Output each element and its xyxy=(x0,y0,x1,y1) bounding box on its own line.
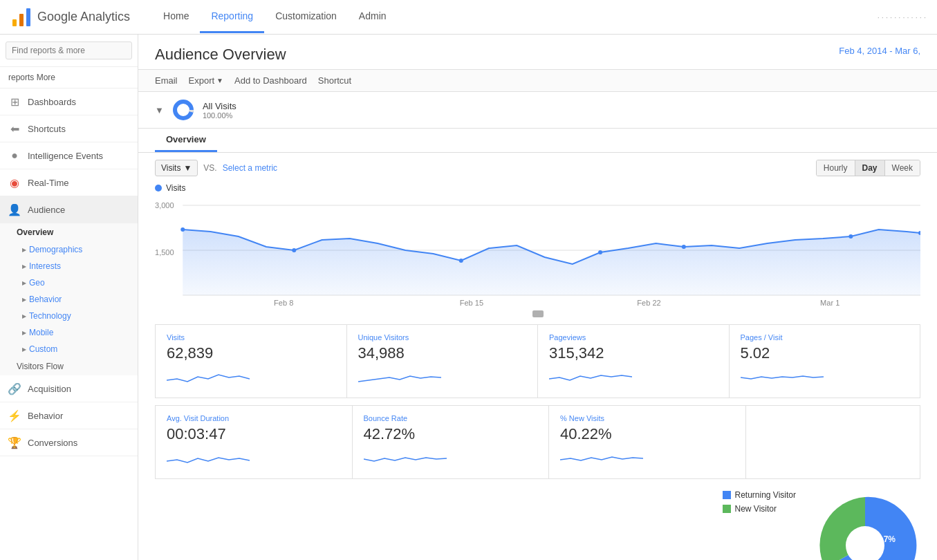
pie-legend-new: New Visitor xyxy=(723,504,797,514)
visits-legend-label: Visits xyxy=(166,183,185,193)
export-button[interactable]: Export ▼ xyxy=(189,75,223,86)
nav-reporting[interactable]: Reporting xyxy=(200,1,264,33)
day-button[interactable]: Day xyxy=(855,160,885,176)
sidebar-item-realtime[interactable]: ◉ Real-Time xyxy=(0,169,138,196)
sidebar-item-dashboards-label: Dashboards xyxy=(28,97,76,107)
svg-point-14 xyxy=(598,250,602,254)
nav-home[interactable]: Home xyxy=(152,1,200,33)
stat-unique-visitors-label: Unique Visitors xyxy=(358,333,527,342)
hourly-button[interactable]: Hourly xyxy=(817,160,855,176)
segment-name: All Visits xyxy=(203,101,236,111)
audience-icon: 👤 xyxy=(8,203,21,216)
sidebar-sub-geo[interactable]: Geo xyxy=(0,274,138,291)
select-metric-link[interactable]: Select a metric xyxy=(223,163,277,173)
nav-customization[interactable]: Customization xyxy=(264,1,348,33)
metric-dropdown-icon: ▼ xyxy=(183,163,192,173)
chart-controls: Visits ▼ VS. Select a metric Hourly Day … xyxy=(138,153,937,183)
stat-unique-sparkline xyxy=(358,366,441,387)
segment-donut-chart xyxy=(172,99,194,121)
sidebar-sub-custom[interactable]: Custom xyxy=(0,341,138,357)
sidebar-item-conversions[interactable]: 🏆 Conversions xyxy=(0,429,138,456)
stat-avg-visit-duration: Avg. Visit Duration 00:03:47 xyxy=(156,406,352,478)
chart-legend: Visits xyxy=(155,183,920,198)
metric-label: Visits xyxy=(161,163,180,173)
export-dropdown-icon: ▼ xyxy=(216,77,223,84)
vs-label: VS. xyxy=(203,163,216,173)
top-nav: Google Analytics Home Reporting Customiz… xyxy=(0,0,937,35)
sidebar-search-area xyxy=(0,35,138,67)
time-buttons: Hourly Day Week xyxy=(816,160,920,176)
stat-bounce-rate-value: 42.72% xyxy=(364,425,538,443)
intelligence-icon: ● xyxy=(8,149,21,162)
google-analytics-icon xyxy=(11,7,32,28)
sidebar-item-intelligence[interactable]: ● Intelligence Events xyxy=(0,142,138,169)
sidebar-item-audience[interactable]: 👤 Audience xyxy=(0,196,138,223)
sidebar-sub-visitors-flow[interactable]: Visitors Flow xyxy=(0,357,138,375)
svg-point-13 xyxy=(459,259,463,263)
stat-unique-visitors: Unique Visitors 34,988 xyxy=(347,325,538,398)
svg-point-12 xyxy=(292,248,296,252)
sidebar-sub-overview[interactable]: Overview xyxy=(0,223,138,241)
pie-legend: Returning Visitor New Visitor xyxy=(723,490,797,514)
stat-pct-new-visits: % New Visits 40.22% xyxy=(549,406,745,478)
sidebar-item-intelligence-label: Intelligence Events xyxy=(28,151,103,161)
stat-bounce-sparkline xyxy=(364,447,447,468)
chart-scroll-handle[interactable] xyxy=(532,310,544,317)
sidebar-item-conversions-label: Conversions xyxy=(28,438,77,448)
returning-legend-label: Returning Visitor xyxy=(735,490,797,500)
nav-admin[interactable]: Admin xyxy=(348,1,398,33)
sidebar-item-realtime-label: Real-Time xyxy=(28,178,68,188)
sidebar-item-behavior-label: Behavior xyxy=(28,411,63,421)
metric-dropdown[interactable]: Visits ▼ xyxy=(155,160,198,176)
top-right-area: · · · · · · · · · · · · xyxy=(878,13,926,21)
sidebar-item-shortcuts[interactable]: ⬅ Shortcuts xyxy=(0,115,138,142)
sidebar-item-acquisition[interactable]: 🔗 Acquisition xyxy=(0,375,138,402)
stat-unique-visitors-value: 34,988 xyxy=(358,344,527,362)
svg-point-15 xyxy=(682,245,686,249)
sidebar-sub-mobile[interactable]: Mobile xyxy=(0,324,138,341)
stat-pages-per-visit-value: 5.02 xyxy=(741,344,909,362)
chart-svg-wrap: 3,000 1,500 xyxy=(155,198,920,309)
stat-avg-duration-label: Avg. Visit Duration xyxy=(167,414,341,422)
stat-visits: Visits 62,839 xyxy=(156,325,346,398)
date-range[interactable]: Feb 4, 2014 - Mar 6, xyxy=(839,46,920,56)
stat-visits-sparkline xyxy=(167,366,250,387)
stats-row2: Avg. Visit Duration 00:03:47 Bounce Rate… xyxy=(155,405,920,479)
stat-pageviews-sparkline xyxy=(549,366,632,387)
tab-overview[interactable]: Overview xyxy=(155,129,217,152)
shortcuts-icon: ⬅ xyxy=(8,122,21,135)
sidebar-item-behavior[interactable]: ⚡ Behavior xyxy=(0,402,138,429)
sidebar-sub-demographics[interactable]: Demographics xyxy=(0,241,138,258)
stat-duration-sparkline xyxy=(167,447,250,468)
export-label: Export xyxy=(189,75,215,86)
top-nav-items: Home Reporting Customization Admin xyxy=(152,1,878,33)
sidebar-sub-interests[interactable]: Interests xyxy=(0,258,138,274)
visits-line-chart: 3,000 1,500 xyxy=(155,198,920,309)
conversions-icon: 🏆 xyxy=(8,436,21,449)
segment-chevron-icon[interactable]: ▼ xyxy=(155,105,164,115)
svg-text:Feb 8: Feb 8 xyxy=(274,299,293,307)
svg-text:59.7%: 59.7% xyxy=(872,534,896,544)
stat-bounce-rate-label: Bounce Rate xyxy=(364,414,538,422)
page-title: Audience Overview xyxy=(155,46,286,64)
stat-pageviews: Pageviews 315,342 xyxy=(538,325,729,398)
search-input[interactable] xyxy=(6,41,132,59)
week-button[interactable]: Week xyxy=(885,160,920,176)
sidebar-sub-technology[interactable]: Technology xyxy=(0,308,138,324)
stats-grid-row1: Visits 62,839 Unique Visitors 34,988 Pag… xyxy=(155,324,920,398)
sidebar-section: ⊞ Dashboards ⬅ Shortcuts ● Intelligence … xyxy=(0,88,138,456)
new-color-swatch xyxy=(723,505,731,513)
add-to-dashboard-button[interactable]: Add to Dashboard xyxy=(234,75,307,86)
sidebar-sub-behavior[interactable]: Behavior xyxy=(0,291,138,308)
shortcut-button[interactable]: Shortcut xyxy=(318,75,351,86)
stat-pct-new-visits-value: 40.22% xyxy=(560,425,734,443)
new-legend-label: New Visitor xyxy=(735,504,777,514)
sidebar-item-dashboards[interactable]: ⊞ Dashboards xyxy=(0,88,138,115)
stat-visits-label: Visits xyxy=(167,333,335,342)
tab-bar: Overview xyxy=(138,129,937,153)
email-button[interactable]: Email xyxy=(155,75,178,86)
segment-pct: 100.00% xyxy=(203,111,236,120)
stat-pageviews-value: 315,342 xyxy=(549,344,718,362)
reports-more-item[interactable]: reports More xyxy=(0,67,138,88)
page-header: Audience Overview Feb 4, 2014 - Mar 6, xyxy=(138,35,937,70)
